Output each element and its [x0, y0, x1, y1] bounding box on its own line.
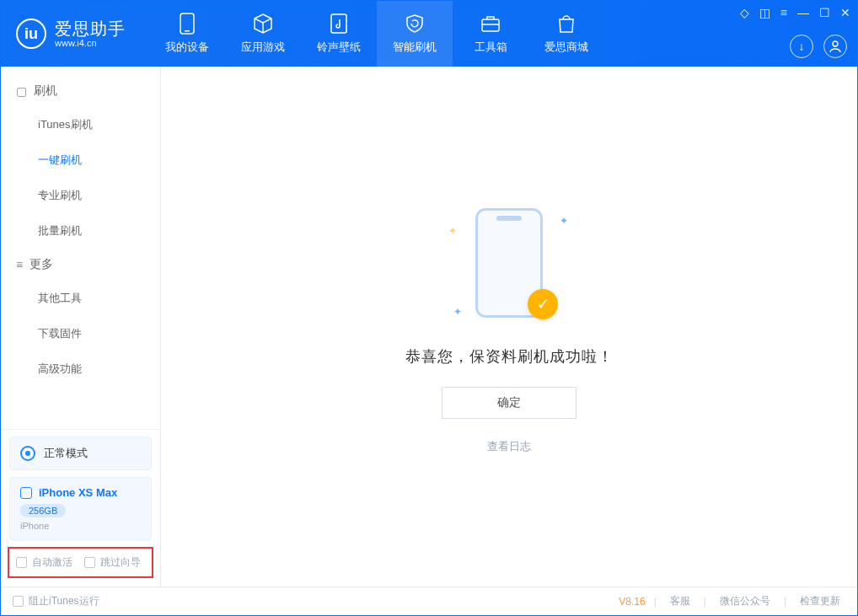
svg-rect-3 [482, 19, 499, 31]
main-nav: 我的设备 应用游戏 铃声壁纸 智能刷机 工具箱 爱思商城 [149, 1, 604, 67]
sidebar-group-title: 刷机 [34, 83, 57, 99]
sidebar-item-itunes-flash[interactable]: iTunes刷机 [1, 107, 160, 142]
phone-small-icon: ▢ [16, 84, 27, 98]
statusbar: 阻止iTunes运行 V8.16 | 客服 | 微信公众号 | 检查更新 [1, 587, 857, 615]
sidebar-item-onekey-flash[interactable]: 一键刷机 [1, 142, 160, 178]
block-itunes-label: 阻止iTunes运行 [29, 594, 99, 608]
sparkle-icon: ✦ [453, 306, 462, 318]
block-itunes-checkbox[interactable]: 阻止iTunes运行 [13, 594, 99, 608]
nav-label: 铃声壁纸 [317, 40, 361, 55]
options-highlight-box: 自动激活 跳过向导 [8, 547, 153, 578]
phone-icon [176, 13, 198, 35]
svg-rect-1 [185, 30, 190, 32]
ok-button[interactable]: 确定 [442, 387, 576, 419]
sidebar-item-batch-flash[interactable]: 批量刷机 [1, 213, 160, 249]
briefcase-icon [480, 13, 501, 35]
app-body: ▢ 刷机 iTunes刷机 一键刷机 专业刷机 批量刷机 ≡ 更多 其他工具 下… [1, 67, 857, 587]
refresh-shield-icon [404, 13, 426, 35]
link-update[interactable]: 检查更新 [795, 594, 845, 608]
sidebar-group-title: 更多 [29, 257, 53, 272]
logo-icon: iu [16, 19, 46, 49]
success-message: 恭喜您，保资料刷机成功啦！ [405, 346, 614, 367]
app-name: 爱思助手 [55, 19, 126, 38]
checkbox-icon [16, 557, 27, 568]
auto-activate-checkbox[interactable]: 自动激活 [16, 555, 72, 570]
mode-dot-icon [20, 446, 35, 461]
svg-point-5 [833, 41, 838, 46]
statusbar-right: V8.16 | 客服 | 微信公众号 | 检查更新 [619, 594, 845, 608]
main-content: ✦ ✦ ✦ ✓ 恭喜您，保资料刷机成功啦！ 确定 查看日志 [161, 67, 857, 587]
titlebar: iu 爱思助手 www.i4.cn 我的设备 应用游戏 铃声壁纸 智能刷机 [1, 1, 857, 67]
sidebar-group-more: ≡ 更多 [1, 249, 160, 281]
nav-label: 爱思商城 [544, 40, 588, 55]
bag-icon [555, 13, 577, 35]
sidebar-bottom: 正常模式 iPhone XS Max 256GB iPhone 自动激活 [1, 429, 160, 587]
music-file-icon [328, 13, 350, 35]
minimize-button[interactable]: — [797, 6, 809, 19]
sidebar-group-flash: ▢ 刷机 [1, 75, 160, 107]
sparkle-icon: ✦ [560, 215, 568, 227]
nav-store[interactable]: 爱思商城 [528, 1, 604, 67]
device-capacity: 256GB [20, 504, 66, 517]
skin-icon[interactable]: ◇ [740, 6, 749, 19]
nav-my-device[interactable]: 我的设备 [149, 1, 225, 67]
separator: | [784, 596, 786, 608]
version-label: V8.16 [619, 596, 645, 608]
logo-block: iu 爱思助手 www.i4.cn [1, 1, 141, 67]
cube-icon [252, 13, 274, 35]
skip-guide-checkbox[interactable]: 跳过向导 [84, 555, 141, 570]
close-button[interactable]: ✕ [840, 6, 850, 19]
success-illustration: ✦ ✦ ✦ ✓ [442, 200, 576, 326]
checkbox-icon [13, 596, 24, 607]
list-icon: ≡ [16, 258, 23, 271]
sidebar-item-other-tools[interactable]: 其他工具 [1, 281, 160, 316]
separator: | [654, 596, 657, 608]
skip-guide-label: 跳过向导 [100, 555, 141, 570]
nav-ringtones-wallpapers[interactable]: 铃声壁纸 [301, 1, 377, 67]
nav-label: 应用游戏 [241, 40, 285, 55]
titlebar-right-circles: ↓ [790, 35, 847, 58]
device-phone-icon [20, 487, 32, 499]
nav-label: 工具箱 [475, 40, 507, 55]
sparkle-icon: ✦ [448, 225, 457, 237]
feedback-icon[interactable]: ◫ [759, 6, 770, 19]
nav-apps-games[interactable]: 应用游戏 [225, 1, 301, 67]
sidebar-item-pro-flash[interactable]: 专业刷机 [1, 178, 160, 213]
nav-smart-flash[interactable]: 智能刷机 [377, 1, 453, 67]
download-icon[interactable]: ↓ [790, 35, 813, 58]
separator: | [704, 596, 706, 608]
svg-rect-2 [331, 14, 346, 33]
mode-label: 正常模式 [44, 446, 88, 461]
logo-text: 爱思助手 www.i4.cn [55, 19, 126, 48]
check-badge-icon: ✓ [528, 289, 558, 319]
menu-icon[interactable]: ≡ [780, 6, 787, 19]
mode-card[interactable]: 正常模式 [9, 437, 152, 470]
link-wechat[interactable]: 微信公众号 [715, 594, 775, 608]
nav-toolbox[interactable]: 工具箱 [453, 1, 528, 67]
view-log-link[interactable]: 查看日志 [487, 439, 531, 454]
sidebar-item-advanced[interactable]: 高级功能 [1, 351, 160, 387]
device-type: iPhone [20, 521, 141, 531]
sidebar: ▢ 刷机 iTunes刷机 一键刷机 专业刷机 批量刷机 ≡ 更多 其他工具 下… [1, 67, 161, 587]
auto-activate-label: 自动激活 [32, 555, 72, 570]
maximize-button[interactable]: ☐ [819, 6, 830, 19]
device-card[interactable]: iPhone XS Max 256GB iPhone [9, 477, 152, 540]
app-window: iu 爱思助手 www.i4.cn 我的设备 应用游戏 铃声壁纸 智能刷机 [0, 0, 858, 616]
nav-label: 智能刷机 [393, 40, 437, 55]
sidebar-item-download-firmware[interactable]: 下载固件 [1, 316, 160, 351]
window-controls: ◇ ◫ ≡ — ☐ ✕ [740, 6, 850, 19]
nav-label: 我的设备 [165, 40, 209, 55]
device-name: iPhone XS Max [39, 486, 117, 499]
user-icon[interactable] [823, 35, 847, 58]
link-support[interactable]: 客服 [665, 594, 695, 608]
checkbox-icon [84, 557, 95, 568]
app-site: www.i4.cn [55, 38, 126, 48]
sidebar-scroll: ▢ 刷机 iTunes刷机 一键刷机 专业刷机 批量刷机 ≡ 更多 其他工具 下… [1, 67, 160, 429]
